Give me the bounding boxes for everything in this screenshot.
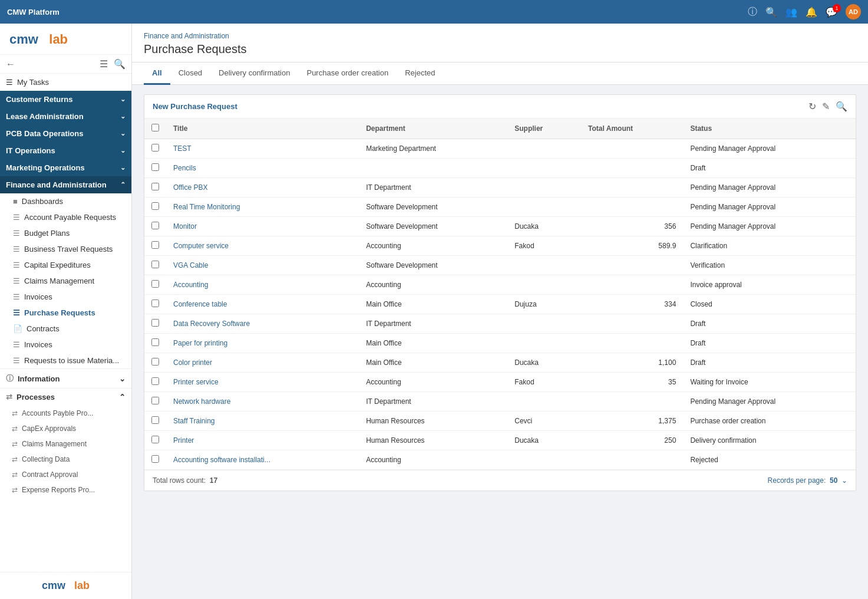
table-row[interactable]: VGA Cable Software Development Verificat… xyxy=(144,256,856,275)
sidebar-item-budget-plans[interactable]: ☰ Budget Plans xyxy=(0,225,131,241)
select-all-checkbox[interactable] xyxy=(151,124,159,131)
row-checkbox[interactable] xyxy=(151,397,159,404)
sidebar-process-collecting[interactable]: ⇄ Collecting Data xyxy=(0,452,131,467)
tab-purchase-order-creation[interactable]: Purchase order creation xyxy=(298,62,397,85)
row-checkbox[interactable] xyxy=(151,144,159,152)
sidebar-item-dashboards[interactable]: ■ Dashboards xyxy=(0,193,131,209)
row-checkbox[interactable] xyxy=(151,455,159,463)
bell-icon[interactable]: 🔔 xyxy=(806,6,817,18)
row-title[interactable]: Monitor xyxy=(166,217,359,236)
sidebar-search-icon[interactable]: 🔍 xyxy=(114,58,126,70)
row-title[interactable]: Pencils xyxy=(166,159,359,178)
row-checkbox[interactable] xyxy=(151,241,159,249)
sidebar-back-icon[interactable]: ← xyxy=(6,59,15,70)
sidebar-item-capital-exp[interactable]: ☰ Capital Expeditures xyxy=(0,257,131,273)
row-checkbox[interactable] xyxy=(151,319,159,327)
sidebar-group-marketing[interactable]: Marketing Operations ⌄ xyxy=(0,159,131,176)
row-title[interactable]: TEST xyxy=(166,139,359,159)
tab-delivery-confirmation[interactable]: Delivery confirmation xyxy=(210,62,298,85)
sidebar-process-contract-approval[interactable]: ⇄ Contract Approval xyxy=(0,467,131,482)
sidebar-item-contracts[interactable]: 📄 Contracts xyxy=(0,321,131,337)
sidebar-item-requests-materials[interactable]: ☰ Requests to issue Materia... xyxy=(0,353,131,368)
sidebar-process-accounts-payble[interactable]: ⇄ Accounts Payble Pro... xyxy=(0,406,131,421)
table-row[interactable]: Accounting software installati... Accoun… xyxy=(144,450,856,470)
sidebar-item-account-payable[interactable]: ☰ Account Payable Requests xyxy=(0,209,131,225)
row-title[interactable]: Data Recovery Software xyxy=(166,314,359,334)
help-icon[interactable]: ⓘ xyxy=(748,6,757,18)
row-checkbox[interactable] xyxy=(151,222,159,229)
row-title[interactable]: Paper for printing xyxy=(166,334,359,353)
row-title[interactable]: Color printer xyxy=(166,353,359,373)
row-title[interactable]: Real Time Monitoring xyxy=(166,198,359,217)
row-title[interactable]: VGA Cable xyxy=(166,256,359,275)
row-checkbox[interactable] xyxy=(151,163,159,171)
tab-all[interactable]: All xyxy=(144,62,170,85)
business-travel-label: Business Travel Requests xyxy=(24,245,113,254)
row-title[interactable]: Network hardware xyxy=(166,392,359,412)
records-per-page[interactable]: Records per page: 50 ⌄ xyxy=(768,476,847,485)
sidebar-item-information[interactable]: ⓘ Information ⌄ xyxy=(0,368,131,388)
sidebar-process-expense-reports[interactable]: ⇄ Expense Reports Pro... xyxy=(0,482,131,498)
sidebar-group-customer-returns[interactable]: Customer Returns ⌄ xyxy=(0,91,131,108)
table-row[interactable]: Monitor Software Development Ducaka 356 … xyxy=(144,217,856,236)
sidebar-process-capex[interactable]: ⇄ CapEx Approvals xyxy=(0,421,131,436)
table-row[interactable]: Pencils Draft xyxy=(144,159,856,178)
edit-icon[interactable]: ✎ xyxy=(822,101,830,112)
refresh-icon[interactable]: ↻ xyxy=(808,101,816,112)
table-row[interactable]: Real Time Monitoring Software Developmen… xyxy=(144,198,856,217)
row-department: Software Development xyxy=(359,198,507,217)
row-title[interactable]: Computer service xyxy=(166,236,359,256)
table-row[interactable]: Accounting Accounting Invoice approval xyxy=(144,275,856,295)
table-row[interactable]: Printer service Accounting Fakod 35 Wait… xyxy=(144,373,856,392)
table-row[interactable]: Conference table Main Office Dujuza 334 … xyxy=(144,295,856,314)
row-checkbox[interactable] xyxy=(151,377,159,385)
row-checkbox[interactable] xyxy=(151,416,159,424)
row-checkbox[interactable] xyxy=(151,300,159,307)
row-title[interactable]: Office PBX xyxy=(166,178,359,198)
table-row[interactable]: Network hardware IT Department Pending M… xyxy=(144,392,856,412)
sidebar-processes-header[interactable]: ⇄ Processes ⌃ xyxy=(0,388,131,406)
chat-icon[interactable]: 💬 1 xyxy=(826,6,837,18)
new-request-button[interactable]: New Purchase Request xyxy=(153,102,237,111)
sidebar-group-it-ops[interactable]: IT Operations ⌄ xyxy=(0,142,131,159)
row-checkbox[interactable] xyxy=(151,261,159,268)
information-chevron: ⌄ xyxy=(119,374,126,383)
sidebar-item-claims-mgmt[interactable]: ☰ Claims Management xyxy=(0,273,131,289)
sidebar-item-invoices-2[interactable]: ☰ Invoices xyxy=(0,337,131,353)
table-row[interactable]: Staff Training Human Resources Cevci 1,3… xyxy=(144,412,856,431)
table-row[interactable]: Data Recovery Software IT Department Dra… xyxy=(144,314,856,334)
search-table-icon[interactable]: 🔍 xyxy=(836,101,847,112)
tab-closed[interactable]: Closed xyxy=(170,62,210,85)
sidebar-item-my-tasks[interactable]: ☰ My Tasks xyxy=(0,74,131,91)
sidebar-item-business-travel[interactable]: ☰ Business Travel Requests xyxy=(0,241,131,257)
table-row[interactable]: Paper for printing Main Office Draft xyxy=(144,334,856,353)
sidebar-group-lease-admin[interactable]: Lease Administration ⌄ xyxy=(0,108,131,125)
sidebar-group-pcb-data[interactable]: PCB Data Operations ⌄ xyxy=(0,125,131,142)
sidebar-list-icon[interactable]: ☰ xyxy=(100,58,108,70)
row-checkbox[interactable] xyxy=(151,280,159,288)
table-row[interactable]: Color printer Main Office Ducaka 1,100 D… xyxy=(144,353,856,373)
row-checkbox[interactable] xyxy=(151,202,159,210)
row-checkbox[interactable] xyxy=(151,358,159,366)
row-title[interactable]: Printer service xyxy=(166,373,359,392)
sidebar-item-purchase-requests[interactable]: ☰ Purchase Requests xyxy=(0,305,131,321)
row-title[interactable]: Staff Training xyxy=(166,412,359,431)
row-title[interactable]: Conference table xyxy=(166,295,359,314)
sidebar-group-finance[interactable]: Finance and Administration ⌃ xyxy=(0,176,131,193)
row-checkbox[interactable] xyxy=(151,183,159,190)
row-title[interactable]: Accounting xyxy=(166,275,359,295)
row-checkbox[interactable] xyxy=(151,338,159,346)
tab-rejected[interactable]: Rejected xyxy=(397,62,443,85)
row-checkbox[interactable] xyxy=(151,436,159,443)
users-icon[interactable]: 👥 xyxy=(786,6,797,18)
table-row[interactable]: Printer Human Resources Ducaka 250 Deliv… xyxy=(144,431,856,450)
sidebar-process-claims[interactable]: ⇄ Claims Management xyxy=(0,436,131,452)
user-avatar[interactable]: AD xyxy=(846,4,861,19)
table-row[interactable]: Computer service Accounting Fakod 589.9 … xyxy=(144,236,856,256)
row-title[interactable]: Accounting software installati... xyxy=(166,450,359,470)
sidebar-item-invoices-1[interactable]: ☰ Invoices xyxy=(0,289,131,305)
table-row[interactable]: Office PBX IT Department Pending Manager… xyxy=(144,178,856,198)
search-icon[interactable]: 🔍 xyxy=(765,6,777,18)
row-title[interactable]: Printer xyxy=(166,431,359,450)
table-row[interactable]: TEST Marketing Department Pending Manage… xyxy=(144,139,856,159)
